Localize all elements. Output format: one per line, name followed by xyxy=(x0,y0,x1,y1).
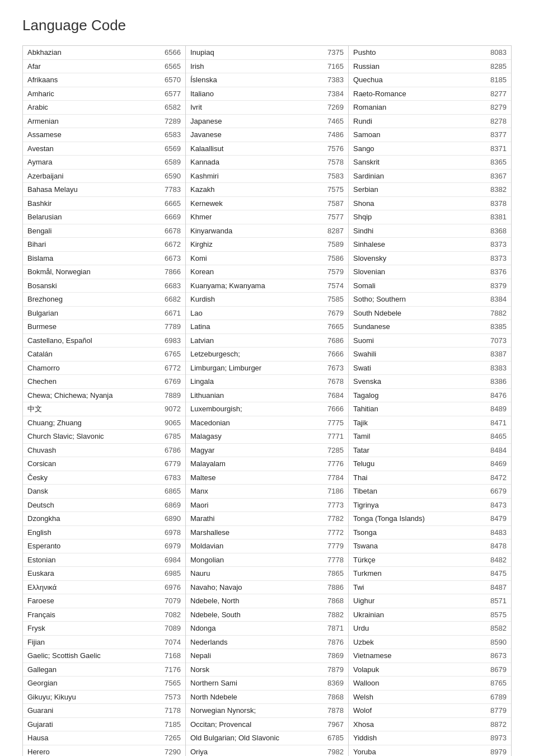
language-code: 7886 xyxy=(318,582,344,593)
language-code: 8368 xyxy=(481,226,507,237)
table-row: Íslenska7383 xyxy=(186,73,348,87)
language-code: 8373 xyxy=(481,253,507,264)
language-code: 8387 xyxy=(481,349,507,360)
language-code: 7565 xyxy=(156,678,181,689)
table-row: Chuvash6786 xyxy=(23,444,185,458)
language-code: 8673 xyxy=(481,650,507,661)
language-name: Malagasy xyxy=(190,431,318,442)
language-code: 7776 xyxy=(318,458,344,469)
table-row: Belarusian6669 xyxy=(23,210,185,224)
table-row: Quechua8185 xyxy=(349,73,511,87)
language-name: Kurdish xyxy=(190,294,318,305)
language-code: 7375 xyxy=(318,47,344,58)
table-row: Pushto8083 xyxy=(349,46,511,60)
language-code: 7876 xyxy=(318,637,344,648)
language-code: 7082 xyxy=(156,609,181,621)
table-row: Komi7586 xyxy=(186,252,348,266)
language-code: 9065 xyxy=(156,417,181,429)
language-code: 7178 xyxy=(156,705,181,716)
table-row: Slovensky8373 xyxy=(349,252,511,266)
language-code: 7585 xyxy=(318,294,344,305)
language-name: Italiano xyxy=(190,88,318,100)
language-name: Oriya xyxy=(190,746,318,757)
language-code: 7165 xyxy=(318,61,344,72)
language-table: Abkhazian6566Afar6565Afrikaans6570Amhari… xyxy=(22,45,512,756)
language-code: 8571 xyxy=(481,595,507,607)
language-name: Nauru xyxy=(190,568,318,579)
language-name: Bosanski xyxy=(27,280,156,292)
language-code: 7773 xyxy=(318,500,344,511)
language-name: Kuanyama; Kwanyama xyxy=(190,280,318,292)
table-row: Sanskrit8365 xyxy=(349,156,511,170)
language-code: 6976 xyxy=(156,582,181,593)
language-name: Manx xyxy=(190,486,318,497)
language-name: Navaho; Navajo xyxy=(190,582,318,593)
language-name: Inupiaq xyxy=(190,47,318,58)
table-row: Shqip8381 xyxy=(349,210,511,224)
language-name: Ivrit xyxy=(190,102,318,113)
language-code: 8279 xyxy=(481,102,507,113)
language-code: 8367 xyxy=(481,171,507,182)
language-code: 6565 xyxy=(156,61,181,72)
table-row: Oriya7982 xyxy=(186,745,348,757)
language-code: 6590 xyxy=(156,171,181,182)
language-name: Somali xyxy=(353,280,481,292)
language-code: 8386 xyxy=(481,376,507,387)
table-row: Estonian6984 xyxy=(23,553,185,567)
language-name: Lao xyxy=(190,308,318,319)
table-row: Tagalog8476 xyxy=(349,389,511,403)
table-row: Dansk6865 xyxy=(23,485,185,499)
language-code: 7574 xyxy=(318,280,344,292)
language-name: Azerbaijani xyxy=(27,171,156,182)
language-code: 6683 xyxy=(156,280,181,292)
table-row: Tatar8484 xyxy=(349,444,511,458)
table-row: Armenian7289 xyxy=(23,115,185,129)
table-row: Frysk7089 xyxy=(23,622,185,636)
table-row: Kannada7578 xyxy=(186,156,348,170)
table-row: Afrikaans6570 xyxy=(23,73,185,87)
table-row: Chuang; Zhuang9065 xyxy=(23,416,185,430)
table-row: Xhosa8872 xyxy=(349,718,511,732)
language-name: Tahitian xyxy=(353,403,481,415)
language-name: Tigrinya xyxy=(353,500,481,511)
language-name: Serbian xyxy=(353,184,481,195)
language-code: 7882 xyxy=(481,308,507,319)
language-name: Catalán xyxy=(27,349,156,360)
table-row: Gaelic; Scottish Gaelic7168 xyxy=(23,649,185,663)
language-name: Avestan xyxy=(27,143,156,154)
table-row: Sundanese8385 xyxy=(349,320,511,334)
table-row: Azerbaijani6590 xyxy=(23,170,185,184)
table-row: Afar6565 xyxy=(23,60,185,74)
table-row: Kirghiz7589 xyxy=(186,238,348,252)
language-name: Kashmiri xyxy=(190,171,318,182)
table-row: Nepali7869 xyxy=(186,649,348,663)
language-code: 6570 xyxy=(156,74,181,86)
table-row: Kuanyama; Kwanyama7574 xyxy=(186,279,348,293)
language-name: Afrikaans xyxy=(27,74,156,86)
language-code: 7665 xyxy=(318,321,344,332)
table-row: Faroese7079 xyxy=(23,594,185,608)
language-name: Japanese xyxy=(190,116,318,127)
table-row: Slovenian8376 xyxy=(349,265,511,279)
language-name: Thai xyxy=(353,472,481,483)
language-name: Xhosa xyxy=(353,719,481,730)
language-name: Swati xyxy=(353,363,481,374)
table-row: Marshallese7772 xyxy=(186,526,348,540)
table-row: Navaho; Navajo7886 xyxy=(186,581,348,595)
table-row: South Ndebele7882 xyxy=(349,307,511,321)
language-name: Church Slavic; Slavonic xyxy=(27,431,156,442)
column-2: Inupiaq7375Irish7165Íslenska7383Italiano… xyxy=(185,45,348,756)
language-code: 7775 xyxy=(318,417,344,429)
language-code: 8381 xyxy=(481,212,507,223)
language-code: 7586 xyxy=(318,253,344,264)
language-name: Tswana xyxy=(353,541,481,552)
table-row: Occitan; Provencal7967 xyxy=(186,718,348,732)
language-code: 6665 xyxy=(156,198,181,209)
table-row: Tahitian8489 xyxy=(349,402,511,416)
table-row: Khmer7577 xyxy=(186,210,348,224)
language-code: 7290 xyxy=(156,746,181,757)
table-row: Catalán6765 xyxy=(23,348,185,361)
language-name: North Ndebele xyxy=(190,692,318,703)
language-name: Corsican xyxy=(27,458,156,469)
language-name: Abkhazian xyxy=(27,47,156,58)
